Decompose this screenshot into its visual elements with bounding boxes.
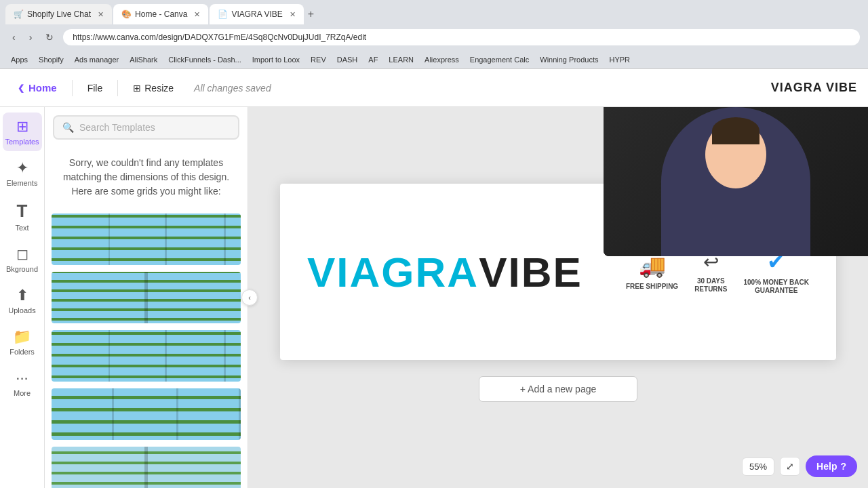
person-hair [712,117,760,144]
grid-preview-3[interactable] [50,329,242,383]
toolbar-right: VIAGRA VIBE [771,81,857,95]
help-button[interactable]: Help ? [806,455,857,477]
bookmark-aliexpress[interactable]: Aliexpress [420,54,463,65]
bookmark-winning[interactable]: Winning Products [536,54,602,65]
fullscreen-button[interactable]: ⤢ [780,457,800,476]
add-page-bar: + Add a new page [280,367,836,411]
design-title: VIAGRA VIBE [771,81,857,95]
uploads-label: Uploads [8,306,35,314]
canva-favicon: 🎨 [121,9,131,19]
templates-panel: 🔍 Sorry, we couldn't find any templates … [45,107,248,488]
text-icon: T [17,201,28,222]
resize-label: Resize [144,83,174,94]
tab-close-shopify[interactable]: ✕ [98,10,104,19]
bookmark-clickfunnels[interactable]: ClickFunnels - Dash... [164,54,245,65]
grid-previews [45,207,248,488]
bookmark-apps[interactable]: Apps [7,54,32,65]
browser-chrome: 🛒 Shopify Live Chat ✕ 🎨 Home - Canva ✕ 📄… [0,0,868,69]
shipping-label: FREE SHIPPING [626,283,678,291]
brand-name: VIAGRA VIBE [307,248,583,296]
templates-panel-wrapper: 🔍 Sorry, we couldn't find any templates … [45,107,248,488]
toolbar-divider-1 [72,80,73,96]
search-container: 🔍 [45,107,248,148]
elements-label: Elements [7,179,38,187]
chevron-left-icon: ❮ [18,83,24,93]
elements-icon: ✦ [16,159,28,177]
tab-bar: 🛒 Shopify Live Chat ✕ 🎨 Home - Canva ✕ 📄… [0,0,868,24]
bookmark-alishark[interactable]: AliShark [125,54,161,65]
tab-close-viagra[interactable]: ✕ [290,10,296,19]
help-label: Help [816,461,837,472]
bookmark-hypr[interactable]: HYPR [605,54,634,65]
forward-button[interactable]: › [25,29,37,45]
grid-preview-5[interactable] [50,445,242,488]
background-label: Bkground [6,265,38,273]
search-box: 🔍 [53,115,239,140]
brand-vibe: VIBE [479,248,583,296]
sidebar-item-text[interactable]: T Text [3,195,42,237]
collapse-panel-button[interactable]: ‹ [241,289,258,306]
home-button[interactable]: ❮ Home [11,78,64,98]
saved-status: All changes saved [194,83,271,94]
back-button[interactable]: ‹ [8,29,20,45]
bookmark-shopify[interactable]: Shopify [35,54,68,65]
resize-icon: ⊞ [133,83,141,94]
search-input[interactable] [79,122,230,133]
refresh-button[interactable]: ↻ [41,29,58,45]
help-icon: ? [840,461,846,472]
bookmark-dash[interactable]: DASH [333,54,362,65]
file-label: File [87,83,103,94]
resize-button[interactable]: ⊞ Resize [126,79,180,98]
bookmark-import[interactable]: Import to Loox [248,54,304,65]
sidebar-item-more[interactable]: ··· More [3,364,42,403]
sidebar-item-folders[interactable]: 📁 Folders [3,323,42,361]
toolbar-left: ❮ Home File ⊞ Resize All changes saved [11,78,271,98]
tab-viagra-vibe[interactable]: 📄 VIAGRA VIBE ✕ [210,4,303,24]
bookmark-ads[interactable]: Ads manager [71,54,123,65]
address-bar: ‹ › ↻ [0,24,868,50]
canva-toolbar: ❮ Home File ⊞ Resize All changes saved V… [0,69,868,107]
webcam-inner [604,107,868,256]
grid-preview-1[interactable] [50,212,242,266]
tab-label-viagra: VIAGRA VIBE [231,9,282,19]
more-label: More [14,389,31,397]
search-icon: 🔍 [62,122,74,133]
home-label: Home [28,82,57,94]
canvas-area: 💬 ⧉ VIAGRA VIBE 🚚 FREE SHIPPING [248,107,868,488]
shipping-icon: 🚚 [639,253,666,279]
sidebar-item-background[interactable]: ◻ Bkground [3,240,42,279]
url-input[interactable] [63,29,860,45]
bookmarks-bar: Apps Shopify Ads manager AliShark ClickF… [0,50,868,69]
templates-label: Templates [5,138,39,146]
guarantee-label: 100% MONEY BACKGUARANTEE [743,279,809,295]
bookmark-learn[interactable]: LEARN [384,54,418,65]
tab-label-shopify: Shopify Live Chat [27,9,91,19]
sidebar-item-elements[interactable]: ✦ Elements [3,154,42,192]
left-sidebar: ⊞ Templates ✦ Elements T Text ◻ Bkground… [0,107,45,488]
folders-label: Folders [9,348,35,356]
new-tab-button[interactable]: + [305,5,317,23]
uploads-icon: ⬆ [16,287,28,304]
shopify-favicon: 🛒 [14,9,23,19]
folders-icon: 📁 [13,328,31,346]
trust-badge-returns: ↩ 30 DAYSRETURNS [694,251,727,293]
add-page-button[interactable]: + Add a new page [479,376,638,402]
tab-label-canva: Home - Canva [135,9,187,19]
tab-canva-home[interactable]: 🎨 Home - Canva ✕ [113,4,208,24]
grid-preview-4[interactable] [50,387,242,441]
canvas-footer: 55% ⤢ Help ? [742,455,857,477]
main-area: ⊞ Templates ✦ Elements T Text ◻ Bkground… [0,107,868,488]
file-button[interactable]: File [81,79,110,98]
tab-shopify-chat[interactable]: 🛒 Shopify Live Chat ✕ [5,4,112,24]
grid-preview-2[interactable] [50,270,242,325]
bookmark-engagement[interactable]: Engagement Calc [466,54,533,65]
sidebar-item-templates[interactable]: ⊞ Templates [3,113,42,151]
sidebar-item-uploads[interactable]: ⬆ Uploads [3,281,42,320]
toolbar-divider-2 [117,80,118,96]
viagra-favicon: 📄 [218,9,227,19]
bookmark-af[interactable]: AF [364,54,382,65]
webcam-overlay [604,107,868,256]
tab-close-canva[interactable]: ✕ [194,10,200,19]
templates-icon: ⊞ [16,118,28,136]
bookmark-rev[interactable]: REV [307,54,330,65]
